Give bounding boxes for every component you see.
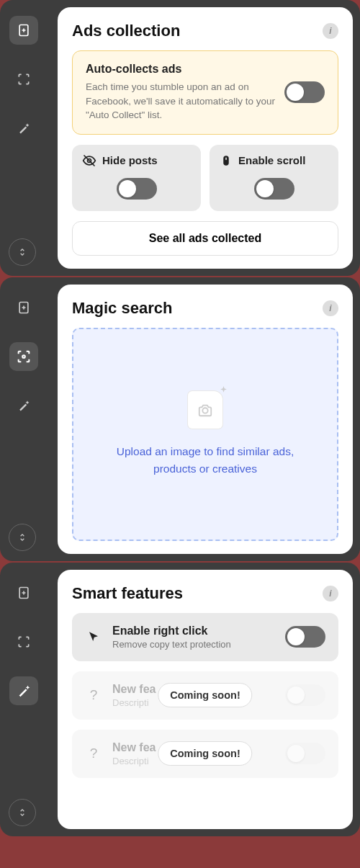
sidebar-item-search[interactable] — [9, 627, 38, 656]
collapse-icon — [17, 247, 27, 257]
feature-title: Enable right click — [112, 625, 275, 637]
panel-ads-collection: Ads collection i Auto-collects ads Each … — [0, 0, 360, 276]
sidebar-item-search[interactable] — [9, 342, 38, 371]
scan-icon — [17, 72, 31, 86]
document-plus-icon — [17, 23, 31, 37]
question-icon: ? — [85, 687, 102, 703]
info-icon[interactable]: i — [323, 300, 338, 316]
card-title: Ads collection — [72, 22, 180, 40]
card-title: Magic search — [72, 299, 172, 318]
svg-point-5 — [22, 355, 25, 358]
image-upload-icon — [188, 391, 222, 429]
cursor-icon — [85, 630, 102, 643]
upload-dropzone[interactable]: Upload an image to find similar ads, pro… — [72, 328, 338, 541]
collapse-icon — [17, 807, 27, 818]
coming-soon-badge: Coming soon! — [158, 741, 252, 766]
collapse-button[interactable] — [9, 524, 36, 551]
hide-posts-option: Hide posts — [72, 145, 201, 211]
enable-scroll-toggle[interactable] — [254, 178, 294, 200]
wand-icon — [16, 683, 32, 699]
feature-desc: Remove copy text protection — [112, 639, 275, 650]
hide-posts-toggle[interactable] — [117, 178, 157, 200]
card-magic: Magic search i Upload an image to find s… — [58, 285, 353, 554]
svg-rect-3 — [225, 157, 227, 160]
svg-rect-2 — [223, 156, 229, 166]
card-ads: Ads collection i Auto-collects ads Each … — [58, 7, 353, 269]
sidebar-item-collection[interactable] — [9, 16, 38, 45]
auto-collect-title: Auto-collects ads — [86, 63, 276, 76]
mouse-icon — [220, 153, 233, 168]
feature-right-click: Enable right click Remove copy text prot… — [72, 613, 338, 661]
wand-icon — [17, 398, 31, 413]
sidebar-item-smart[interactable] — [9, 114, 38, 143]
info-icon[interactable]: i — [323, 23, 338, 39]
svg-point-6 — [202, 408, 207, 413]
auto-collect-toggle[interactable] — [284, 81, 325, 103]
question-icon: ? — [85, 746, 102, 761]
panel-smart-features: Smart features i Enable right click Remo… — [0, 563, 360, 836]
coming-soon-badge: Coming soon! — [158, 683, 252, 707]
auto-collect-desc: Each time you stumble upon an ad on Face… — [86, 80, 276, 122]
hide-posts-label: Hide posts — [102, 154, 158, 166]
enable-scroll-label: Enable scroll — [238, 154, 305, 166]
scan-icon — [16, 349, 32, 364]
document-plus-icon — [17, 300, 31, 315]
document-plus-icon — [17, 586, 31, 600]
card-title: Smart features — [72, 584, 183, 603]
sidebar — [0, 277, 47, 561]
sidebar — [0, 0, 47, 276]
see-all-button[interactable]: See all ads collected — [72, 221, 338, 256]
right-click-toggle[interactable] — [285, 626, 325, 648]
collapse-button[interactable] — [9, 799, 36, 826]
scan-icon — [17, 635, 31, 649]
wand-icon — [17, 121, 31, 135]
sidebar-item-smart[interactable] — [9, 676, 38, 705]
sidebar-item-search[interactable] — [9, 65, 38, 94]
info-icon[interactable]: i — [323, 586, 338, 601]
panel-magic-search: Magic search i Upload an image to find s… — [0, 277, 360, 561]
sidebar-item-collection[interactable] — [9, 578, 38, 607]
collapse-button[interactable] — [9, 238, 36, 266]
auto-collect-banner: Auto-collects ads Each time you stumble … — [72, 50, 338, 135]
eye-off-icon — [82, 153, 96, 168]
sidebar-item-collection[interactable] — [9, 293, 38, 322]
enable-scroll-option: Enable scroll — [210, 145, 338, 211]
feature-toggle-disabled — [285, 743, 325, 764]
sidebar — [0, 563, 47, 836]
card-smart: Smart features i Enable right click Remo… — [58, 570, 353, 829]
upload-prompt: Upload an image to find similar ads, pro… — [104, 443, 306, 477]
feature-toggle-disabled — [285, 684, 325, 706]
sidebar-item-smart[interactable] — [9, 391, 38, 420]
collapse-icon — [17, 532, 27, 542]
